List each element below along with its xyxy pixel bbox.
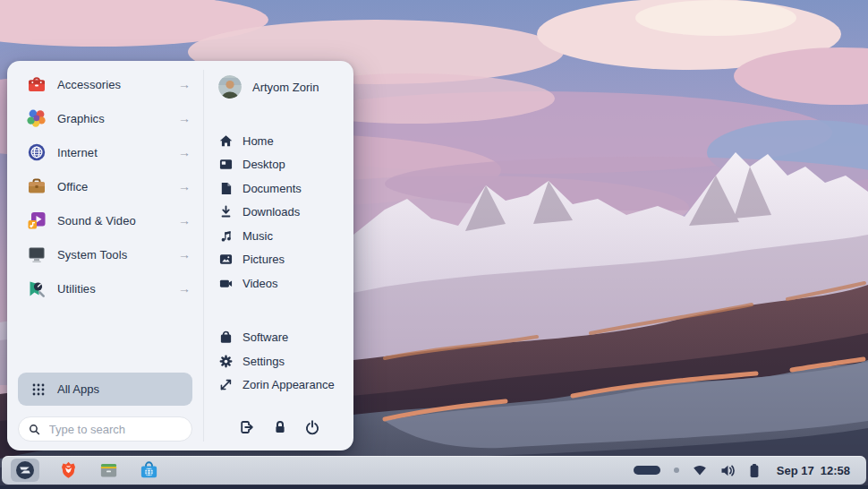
place-music[interactable]: Music <box>204 224 353 248</box>
place-home[interactable]: Home <box>204 129 353 153</box>
category-label: Office <box>57 180 167 193</box>
power-button[interactable] <box>300 415 325 440</box>
chevron-right-icon: → <box>178 281 191 296</box>
category-label: System Tools <box>57 248 167 262</box>
chevron-right-icon: → <box>178 179 191 193</box>
taskbar-apps <box>11 459 160 482</box>
chevron-right-icon: → <box>178 111 191 125</box>
chevron-right-icon: → <box>178 77 191 91</box>
category-list: Accessories → Graphics → Internet → Offi… <box>7 67 203 305</box>
desktop-icon <box>219 158 233 171</box>
workspace-indicator-active[interactable] <box>634 466 660 475</box>
app-menu: Accessories → Graphics → Internet → Offi… <box>7 61 353 450</box>
power-icon <box>304 419 320 435</box>
brave-icon <box>58 460 79 481</box>
chevron-right-icon: → <box>178 145 191 159</box>
chevron-right-icon: → <box>178 213 191 227</box>
wifi-icon <box>693 464 707 476</box>
media-icon <box>27 210 47 230</box>
category-utilities[interactable]: Utilities → <box>7 271 203 305</box>
search-icon <box>29 423 40 436</box>
menu-item-settings[interactable]: Settings <box>204 349 353 373</box>
search-input[interactable] <box>47 422 182 437</box>
software-bag-icon <box>219 330 233 344</box>
logout-icon <box>239 419 255 435</box>
category-office[interactable]: Office → <box>7 169 203 203</box>
menu-item-label: Settings <box>243 355 285 368</box>
user-account-button[interactable]: Artyom Zorin <box>204 68 353 107</box>
taskbar: Sep 17 12:58 <box>2 456 866 485</box>
all-apps-button[interactable]: All Apps <box>18 373 192 406</box>
monitor-icon <box>27 244 47 264</box>
globe-icon <box>27 142 47 162</box>
zorin-desktop: Accessories → Graphics → Internet → Offi… <box>0 0 868 489</box>
category-accessories[interactable]: Accessories → <box>7 67 203 101</box>
category-label: Internet <box>57 146 167 159</box>
places-list: Home Desktop Documents Downloads Music <box>204 129 353 296</box>
battery-button[interactable] <box>749 463 760 478</box>
place-documents[interactable]: Documents <box>204 176 353 201</box>
software-store-icon <box>139 460 159 481</box>
file-manager-button[interactable] <box>97 459 120 482</box>
wifi-button[interactable] <box>693 464 707 476</box>
all-apps-label: All Apps <box>57 382 99 396</box>
place-label: Downloads <box>243 205 300 219</box>
avatar <box>218 75 242 99</box>
workspace-indicator-inactive[interactable] <box>674 468 679 473</box>
chevron-right-icon: → <box>178 247 191 262</box>
picture-icon <box>219 253 233 266</box>
place-pictures[interactable]: Pictures <box>204 248 353 272</box>
time-label: 12:58 <box>821 464 850 477</box>
place-label: Music <box>243 229 273 243</box>
menu-item-software[interactable]: Software <box>204 326 353 350</box>
clock[interactable]: Sep 17 12:58 <box>777 464 850 477</box>
battery-icon <box>749 463 760 478</box>
video-camera-icon <box>219 277 233 290</box>
place-label: Pictures <box>243 253 285 266</box>
system-list: Software Settings Zorin Appearance <box>204 326 353 398</box>
apps-grid-icon <box>31 382 46 397</box>
place-videos[interactable]: Videos <box>204 271 353 296</box>
search-box[interactable] <box>18 416 192 442</box>
lock-icon <box>272 419 288 435</box>
files-icon <box>98 460 119 481</box>
menu-item-zorin-appearance[interactable]: Zorin Appearance <box>204 373 353 398</box>
toolbox-icon <box>27 74 47 94</box>
place-desktop[interactable]: Desktop <box>204 153 353 177</box>
volume-button[interactable] <box>720 464 736 477</box>
category-sound-video[interactable]: Sound & Video → <box>7 203 203 237</box>
logout-button[interactable] <box>234 415 260 440</box>
music-note-icon <box>219 229 233 243</box>
download-icon <box>219 205 233 219</box>
zorin-logo-icon <box>14 459 36 481</box>
category-graphics[interactable]: Graphics → <box>7 101 203 135</box>
menu-item-label: Zorin Appearance <box>243 378 335 391</box>
place-label: Documents <box>243 182 302 195</box>
screen-bottom-edge <box>0 485 868 489</box>
gear-icon <box>219 355 233 368</box>
menu-item-label: Software <box>243 330 288 344</box>
place-downloads[interactable]: Downloads <box>204 201 353 225</box>
category-label: Sound & Video <box>57 214 167 227</box>
category-internet[interactable]: Internet → <box>7 135 203 169</box>
briefcase-icon <box>27 176 47 196</box>
system-tray: Sep 17 12:58 <box>634 463 857 478</box>
session-controls <box>204 415 353 442</box>
menu-places-column: Artyom Zorin Home Desktop Documents <box>204 61 353 450</box>
place-label: Desktop <box>243 158 285 171</box>
software-store-button[interactable] <box>137 459 160 482</box>
document-icon <box>219 182 233 195</box>
category-label: Accessories <box>57 78 167 91</box>
category-label: Utilities <box>57 282 167 296</box>
date-label: Sep 17 <box>777 464 814 477</box>
zorin-menu-button[interactable] <box>11 459 39 482</box>
brave-browser-button[interactable] <box>56 459 80 482</box>
home-icon <box>219 134 233 148</box>
tools-icon <box>27 279 47 298</box>
appearance-icon <box>219 378 233 391</box>
place-label: Home <box>243 134 274 148</box>
user-name: Artyom Zorin <box>252 81 319 94</box>
place-label: Videos <box>243 277 278 290</box>
category-system-tools[interactable]: System Tools → <box>7 237 203 271</box>
lock-button[interactable] <box>268 415 293 440</box>
